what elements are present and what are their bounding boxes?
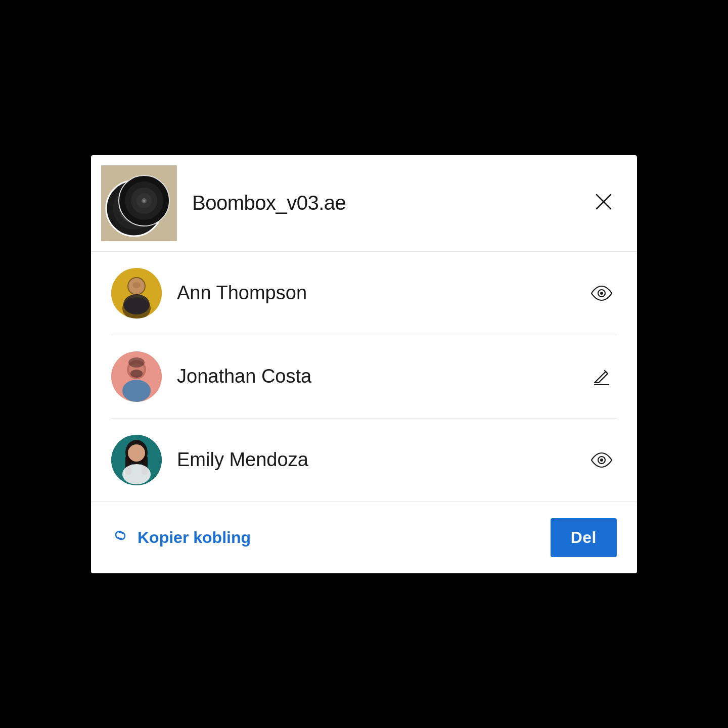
svg-point-21 bbox=[132, 282, 141, 288]
avatar bbox=[111, 435, 162, 485]
view-permission-button[interactable] bbox=[586, 278, 617, 308]
close-button[interactable] bbox=[590, 189, 617, 218]
avatar bbox=[111, 351, 162, 402]
user-name: Jonathan Costa bbox=[177, 366, 571, 387]
modal-footer: Kopier kobling Del bbox=[91, 502, 637, 573]
list-item: Jonathan Costa bbox=[111, 335, 617, 419]
list-item: Emily Mendoza bbox=[111, 419, 617, 502]
view-permission-button[interactable] bbox=[586, 445, 617, 475]
copy-link-button[interactable]: Kopier kobling bbox=[111, 526, 251, 549]
svg-point-19 bbox=[123, 294, 150, 314]
svg-point-13 bbox=[136, 193, 152, 208]
avatar bbox=[111, 268, 162, 318]
share-modal: Boombox_v03.ae bbox=[91, 155, 637, 573]
file-name: Boombox_v03.ae bbox=[192, 192, 575, 214]
user-list: Ann Thompson bbox=[91, 252, 637, 502]
del-button[interactable]: Del bbox=[551, 518, 617, 557]
edit-permission-button[interactable] bbox=[586, 361, 617, 392]
modal-header: Boombox_v03.ae bbox=[91, 155, 637, 252]
list-item: Ann Thompson bbox=[111, 252, 617, 335]
copy-link-label: Kopier kobling bbox=[138, 528, 251, 547]
user-name: Emily Mendoza bbox=[177, 449, 571, 471]
link-icon bbox=[111, 526, 129, 549]
svg-point-36 bbox=[122, 464, 151, 484]
svg-point-27 bbox=[130, 370, 143, 378]
svg-point-35 bbox=[128, 444, 145, 462]
svg-point-38 bbox=[600, 459, 603, 462]
svg-point-29 bbox=[122, 380, 151, 402]
svg-point-23 bbox=[600, 292, 603, 295]
user-name: Ann Thompson bbox=[177, 282, 571, 304]
file-thumbnail bbox=[101, 165, 177, 241]
svg-point-28 bbox=[128, 357, 145, 368]
